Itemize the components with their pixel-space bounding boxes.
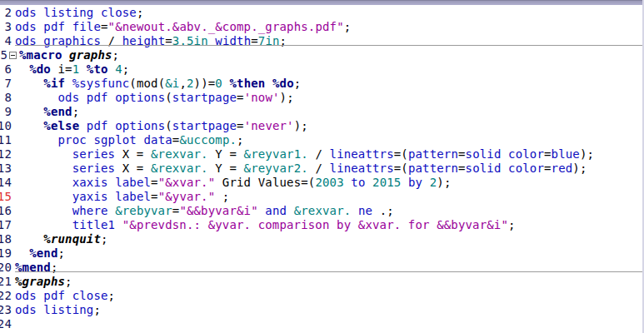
code-text: %mend; [15, 261, 58, 275]
code-text: ods pdf options(startpage='now'); [15, 91, 294, 105]
line-number: 24 [0, 317, 12, 331]
code-text: where &rebyvar="&&byvar&i" and &rexvar. … [15, 204, 394, 218]
code-text: %if %sysfunc(mod(&i,2))=0 %then %do; [15, 77, 301, 91]
code-line[interactable]: 7 %if %sysfunc(mod(&i,2))=0 %then %do; [0, 77, 644, 91]
line-number: 20 [0, 261, 12, 275]
code-text: ods listing close; [15, 6, 144, 20]
code-line[interactable]: 11 proc sgplot data=&uccomp.; [0, 133, 644, 147]
line-number: 11 [0, 133, 12, 147]
code-text: ods pdf close; [15, 289, 115, 303]
line-number: 9 [0, 105, 12, 119]
code-text: series X = &rexvar. Y = &reyvar2. / line… [15, 162, 587, 176]
line-number: 7 [0, 77, 12, 91]
code-line[interactable]: 18 %runquit; [0, 232, 644, 246]
line-number: 2 [0, 6, 12, 20]
code-line[interactable]: 23ods listing; [0, 303, 644, 317]
code-line[interactable]: 13 series X = &rexvar. Y = &reyvar2. / l… [0, 162, 644, 176]
code-line[interactable]: 5%macro graphs; [0, 48, 644, 62]
line-number: 8 [0, 91, 12, 105]
code-line[interactable]: 12 series X = &rexvar. Y = &reyvar1. / l… [0, 147, 644, 162]
line-number: 16 [0, 204, 12, 218]
code-text: %end; [15, 246, 65, 261]
code-text: yaxis label="&yvar." ; [15, 190, 229, 204]
code-line[interactable]: 15 yaxis label="&yvar." ; [0, 190, 644, 204]
code-text: %else pdf options(startpage='never'); [15, 119, 308, 133]
code-line[interactable]: 6 %do i=1 %to 4; [0, 62, 644, 77]
code-text: %end; [15, 105, 79, 119]
line-number: 22 [0, 289, 12, 303]
line-number: 17 [0, 218, 12, 232]
line-number: 12 [0, 147, 12, 162]
code-line[interactable]: 10 %else pdf options(startpage='never'); [0, 119, 644, 133]
line-number: 5 [0, 48, 7, 62]
code-line[interactable]: 3ods pdf file="&newout.&abv._&comp._grap… [0, 20, 644, 34]
line-number: 21 [0, 275, 12, 289]
code-line[interactable]: 14 xaxis label="&xvar." Grid Values=(200… [0, 176, 644, 190]
code-line[interactable]: 16 where &rebyvar="&&byvar&i" and &rexva… [0, 204, 644, 218]
code-text: %runquit; [15, 232, 108, 246]
fold-collapse-icon[interactable] [9, 52, 17, 59]
code-line[interactable]: 24 [0, 317, 644, 331]
code-line[interactable]: 21%graphs; [0, 275, 644, 289]
code-line[interactable]: 19 %end; [0, 246, 644, 261]
code-text: ods graphics / height=3.5in width=7in; [15, 34, 287, 48]
line-number: 23 [0, 303, 12, 317]
code-line[interactable]: 8 ods pdf options(startpage='now'); [0, 91, 644, 105]
code-line[interactable]: 4ods graphics / height=3.5in width=7in; [0, 34, 644, 48]
code-text: %macro graphs; [19, 48, 119, 62]
line-number: 4 [0, 34, 12, 48]
window-top-edge [0, 0, 644, 5]
line-number: 14 [0, 176, 12, 190]
code-text: ods pdf file="&newout.&abv._&comp._graph… [15, 20, 351, 34]
line-number: 10 [0, 119, 12, 133]
line-number: 6 [0, 62, 12, 77]
code-line[interactable]: 2ods listing close; [0, 6, 644, 20]
code-line[interactable]: 22ods pdf close; [0, 289, 644, 303]
line-number: 18 [0, 232, 12, 246]
code-text: xaxis label="&xvar." Grid Values=(2003 t… [15, 176, 452, 190]
code-text: proc sgplot data=&uccomp.; [15, 133, 244, 147]
code-text: %do i=1 %to 4; [15, 62, 129, 77]
line-number: 13 [0, 162, 12, 176]
line-number: 3 [0, 20, 12, 34]
line-number: 15 [0, 190, 12, 204]
code-line[interactable]: 20%mend; [0, 261, 644, 275]
code-text: series X = &rexvar. Y = &reyvar1. / line… [15, 147, 594, 162]
code-text: %graphs; [15, 275, 72, 289]
code-text: title1 "&prevdsn.: &yvar. comparison by … [15, 218, 516, 232]
code-text: ods listing; [15, 303, 101, 317]
code-line[interactable]: 9 %end; [0, 105, 644, 119]
line-number: 19 [0, 246, 12, 261]
code-editor[interactable]: 2ods listing close;3ods pdf file="&newou… [0, 6, 644, 331]
code-line[interactable]: 17 title1 "&prevdsn.: &yvar. comparison … [0, 218, 644, 232]
